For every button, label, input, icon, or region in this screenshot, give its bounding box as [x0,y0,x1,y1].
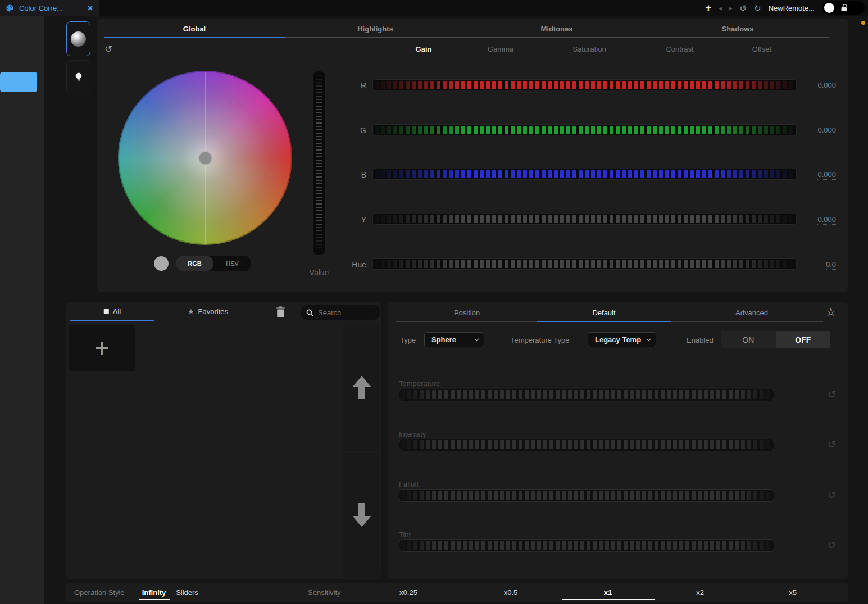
slider-b[interactable] [372,169,797,180]
enabled-on-button[interactable]: ON [721,331,776,348]
forward-icon[interactable]: ▸ [729,4,733,12]
notification-dot [861,21,865,25]
mode-hsv[interactable]: HSV [213,256,251,271]
tab-midtones[interactable]: Midtones [540,25,572,33]
subtab-offset[interactable]: Offset [752,45,771,53]
subtab-gamma[interactable]: Gamma [488,45,513,53]
lightbulb-icon [74,72,83,83]
type-select-value: Sphere [431,335,456,344]
intensity-slider[interactable] [399,439,774,451]
slider-r[interactable] [372,79,797,90]
enabled-off-button[interactable]: OFF [776,331,831,348]
slider-hue[interactable] [372,258,797,270]
falloff-slider[interactable] [399,489,774,502]
light-tool-button[interactable] [66,60,90,94]
undo-icon[interactable]: ↺ [739,4,747,12]
subtab-contrast[interactable]: Contrast [666,45,693,53]
tab-favorites-label: Favorites [198,307,228,316]
color-wheel[interactable] [118,71,292,245]
temperature-type-select-value: Legacy Temp [595,335,641,344]
temperature-reset-icon[interactable]: ↺ [828,389,836,399]
lock-open-icon [840,3,848,12]
chevron-down-icon [474,338,479,342]
sphere-tool-button[interactable] [66,21,90,56]
left-sidebar [0,16,44,604]
slider-y[interactable] [372,214,797,225]
color-wheel-knob[interactable] [199,152,211,164]
favorite-star-icon[interactable]: ☆ [826,305,836,319]
enabled-toggle: ON OFF [721,331,830,348]
slider-value-hue[interactable]: 0.0 [797,260,836,269]
temperature-type-select[interactable]: Legacy Temp [588,332,656,347]
color-correction-window: Color Corre... ✕ + ◂ ▸ ↺ ↻ NewRemote... [0,0,868,604]
tab-advanced[interactable]: Advanced [735,308,768,317]
falloff-reset-icon[interactable]: ↺ [828,490,836,500]
slider-label-g: G [333,126,366,135]
sensitivity-x2[interactable]: x2 [696,588,704,597]
star-icon: ★ [188,307,194,316]
search-icon [306,309,313,316]
slider-value-r[interactable]: 0.000 [797,81,836,89]
redo-icon[interactable]: ↻ [754,4,761,12]
mode-rgb[interactable]: RGB [176,256,213,271]
operation-style-underline [171,600,303,600]
slider-label-y: Y [333,215,366,224]
reset-icon[interactable]: ↺ [104,44,112,54]
subtab-gain[interactable]: Gain [416,45,432,53]
tint-slider[interactable] [399,539,774,552]
slider-value-y[interactable]: 0.000 [797,215,836,224]
tab-all[interactable]: All [104,307,121,316]
scroll-up-button[interactable] [343,325,380,451]
slider-value-g[interactable]: 0.000 [797,126,836,134]
document-tab[interactable]: Color Corre... ✕ [0,0,99,16]
add-preset-button[interactable]: + [69,325,135,371]
properties-panel: Position Default Advanced ☆ Type Sphere … [388,302,848,579]
tab-favorites[interactable]: ★ Favorites [188,307,228,316]
session-pill[interactable] [822,1,865,15]
sensitivity-x025[interactable]: x0.25 [399,588,417,597]
sensitivity-x5[interactable]: x5 [789,588,797,597]
intensity-reset-icon[interactable]: ↺ [828,439,836,449]
sphere-icon [71,31,86,47]
tab-highlights[interactable]: Highlights [357,25,393,33]
slider-value-b[interactable]: 0.000 [797,170,836,179]
temperature-type-label: Temperature Type [511,336,570,344]
presets-panel: All ★ Favorites + [66,302,381,579]
search-input[interactable] [317,308,370,317]
subtab-saturation[interactable]: Saturation [572,45,606,53]
arrow-down-icon [351,502,372,528]
sidebar-divider [0,334,44,334]
tab-shadows[interactable]: Shadows [721,25,753,33]
tab-default[interactable]: Default [592,308,615,317]
intensity-slider-label: Intensity [399,430,426,438]
sensitivity-x1[interactable]: x1 [604,588,612,597]
search-box [301,305,380,320]
active-operation-style-underline [139,599,170,600]
status-circle-icon [824,3,834,13]
active-tab-underline [104,37,285,38]
slider-label-b: B [333,170,366,179]
tab-global[interactable]: Global [183,25,206,33]
sensitivity-x05[interactable]: x0.5 [504,588,518,597]
tab-all-label: All [113,307,121,316]
scroll-down-button[interactable] [343,453,380,578]
color-preview-swatch [154,256,169,271]
plus-icon: + [94,333,110,363]
value-slider[interactable] [312,71,326,256]
preset-tab-underline [156,321,261,321]
temperature-slider[interactable] [399,389,774,401]
footer-bar: Operation Style Infinity Sliders Sensiti… [66,583,848,602]
back-icon[interactable]: ◂ [719,4,722,12]
slider-g[interactable] [372,124,797,135]
add-icon[interactable]: + [705,2,711,14]
operation-style-sliders[interactable]: Sliders [176,588,198,597]
operation-style-infinity[interactable]: Infinity [142,588,166,597]
type-select[interactable]: Sphere [424,332,484,347]
tab-position[interactable]: Position [454,308,480,317]
close-icon[interactable]: ✕ [87,4,93,12]
palette-icon [6,4,14,12]
tint-reset-icon[interactable]: ↺ [828,540,836,550]
trash-icon[interactable] [276,306,285,318]
selected-list-item[interactable] [0,72,37,92]
project-name[interactable]: NewRemote... [769,4,815,12]
